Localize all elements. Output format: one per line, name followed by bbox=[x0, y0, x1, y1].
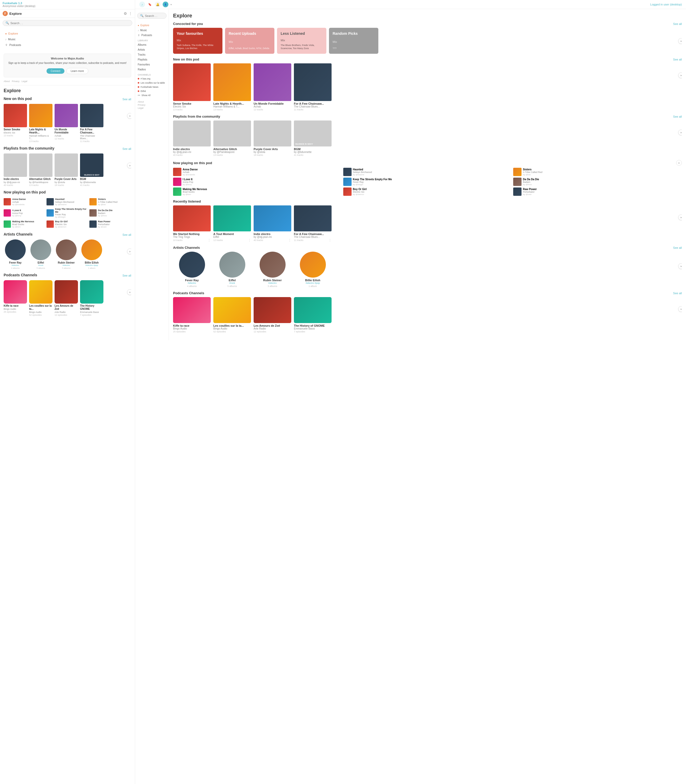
recently-listened-next-arrow[interactable]: › bbox=[678, 215, 682, 220]
playlist-card-4[interactable]: SILENCE IS SEXY BGM by @bdunnette 41 tra… bbox=[80, 153, 103, 186]
right-playlist-card-1[interactable]: Alternative Glitch by @Pamikkapore 13 tr… bbox=[213, 121, 251, 156]
podcasts-see-all[interactable]: See all bbox=[122, 274, 131, 277]
right-search-box[interactable]: 🔍 bbox=[137, 13, 167, 19]
kebab-icon[interactable]: ⋮ bbox=[129, 11, 132, 16]
channel-item-1[interactable]: Les couilles sur la table bbox=[135, 81, 169, 85]
now-item-2[interactable]: Sisters A Tribe Called Red by @kat bbox=[90, 197, 131, 206]
playlists-see-all[interactable]: See all bbox=[122, 147, 131, 150]
right-now-playing-arrow[interactable]: › bbox=[676, 160, 682, 166]
right-album-card-3[interactable]: For A Few Chainsaw... The Chainsaw Blues… bbox=[294, 64, 332, 111]
artist-card-2[interactable]: Rubin Steiner #electro 5 albums bbox=[55, 240, 78, 269]
right-sidebar-favourites[interactable]: Favourites bbox=[135, 62, 169, 67]
right-sidebar-artists[interactable]: Artists bbox=[135, 47, 169, 52]
podcast-card-2[interactable]: Les Amours de Zoé Arte Radio 12 episodes bbox=[55, 280, 78, 316]
artist-card-0[interactable]: Fever Ray #electro 4 albums bbox=[4, 240, 27, 269]
right-now-item-1[interactable]: Haunted Selwyn Birchwood by @kwame bbox=[343, 168, 512, 176]
playlist-card-3[interactable]: Purple Cover Arts by @stola 18 tracks bbox=[55, 153, 78, 186]
right-sidebar-tracks[interactable]: Tracks bbox=[135, 52, 169, 57]
sidebar-item-music[interactable]: ♪ Music bbox=[3, 36, 132, 42]
right-now-item-0[interactable]: Anna Danse Achab by @arabella bbox=[173, 168, 342, 176]
recent-dots-0[interactable]: ⋮ bbox=[207, 238, 211, 242]
right-podcasts-next-arrow[interactable]: › bbox=[678, 306, 682, 312]
right-now-item-3[interactable]: I Love It Icona Pop by @terry bbox=[173, 178, 342, 186]
concocted-card-recent[interactable]: Recent Uploads Mix Eiffel, Achab, Brad S… bbox=[225, 28, 274, 54]
right-new-on-pod-next-arrow[interactable]: › bbox=[678, 72, 682, 78]
now-item-0[interactable]: Anna Danse Achab by @arabella bbox=[4, 197, 46, 206]
gear-icon[interactable]: ⚙ bbox=[124, 11, 127, 16]
top-notification-icon[interactable]: 🔔 bbox=[155, 2, 160, 7]
recent-card-3[interactable]: For A Few Chainsaw... The Chainsaw Blues… bbox=[294, 205, 332, 242]
right-now-item-4[interactable]: Keep The Streets Empty For Me Fever Ray … bbox=[343, 178, 512, 186]
right-podcast-card-0[interactable]: Kiffe ta race Bingo Audio 25 episodes bbox=[173, 297, 211, 333]
recent-card-1[interactable]: A Tout Moment Eiffel 12 tracks ⋮ bbox=[213, 205, 251, 242]
logo-actions[interactable]: ⚙ ⋮ bbox=[124, 11, 132, 16]
right-artist-card-2[interactable]: Rubin Steiner #electro 5 albums bbox=[253, 252, 291, 287]
dropdown-icon[interactable]: ▾ bbox=[170, 3, 172, 6]
right-sidebar-music[interactable]: ♪ Music bbox=[135, 28, 169, 33]
right-sidebar-explore[interactable]: ● Explore bbox=[135, 23, 169, 28]
recent-dots-2[interactable]: ⋮ bbox=[288, 238, 291, 242]
concocted-card-fav[interactable]: Your favourites Mix Tash Sultana, The Kn… bbox=[173, 28, 222, 54]
now-item-5[interactable]: Da Da Da Die Badam by @theo bbox=[90, 207, 131, 219]
channel-item-2[interactable]: Funkwhale News bbox=[135, 85, 169, 89]
right-sidebar-playlists[interactable]: Playlists bbox=[135, 57, 169, 62]
now-item-8[interactable]: Raw Power Perturbator by @zain bbox=[90, 220, 131, 228]
now-item-3[interactable]: I Love It Icona Pop by @terry bbox=[4, 207, 46, 219]
top-bookmark-icon[interactable]: 🔖 bbox=[147, 2, 153, 7]
top-user-icon[interactable]: 👤 bbox=[163, 2, 168, 7]
right-playlist-card-0[interactable]: Indie electro by @djj-jean-mi 40 tracks bbox=[173, 121, 211, 156]
concocted-card-random[interactable]: Random Picks Mix ??? bbox=[329, 28, 378, 54]
search-input[interactable] bbox=[10, 21, 129, 24]
concocted-next-arrow[interactable]: › bbox=[678, 38, 682, 44]
sidebar-item-podcasts[interactable]: 🎙 Podcasts bbox=[3, 42, 132, 48]
podcast-card-1[interactable]: Les couilles sur la ta... Bingo Audio 52… bbox=[29, 280, 52, 316]
right-now-item-2[interactable]: Sisters A Tribe Called Red by @kat bbox=[513, 168, 682, 176]
top-music-icon[interactable]: ♪ bbox=[139, 2, 145, 7]
now-item-1[interactable]: Haunted Selwyn Birchwood by @kwame bbox=[47, 197, 88, 206]
right-about-link[interactable]: About bbox=[138, 101, 166, 103]
right-sidebar-albums[interactable]: Albums bbox=[135, 42, 169, 47]
right-playlist-card-3[interactable]: SILENCE IS SEXY BGM by @bdunnette 41 tra… bbox=[294, 121, 332, 156]
podcast-card-0[interactable]: Kiffe ta race Bingo Audio 25 episodes bbox=[4, 280, 27, 316]
right-privacy-link[interactable]: Privacy bbox=[138, 104, 166, 106]
album-card-2[interactable]: Late Nights & Hearth... Hannah Williams … bbox=[29, 104, 52, 143]
channel-show-all[interactable]: ••• Show All bbox=[135, 93, 169, 98]
privacy-link[interactable]: Privacy bbox=[12, 80, 20, 83]
artist-card-1[interactable]: Eiffel #rock 5 albums bbox=[29, 240, 52, 269]
right-podcast-card-3[interactable]: The History of GNOME Emmanuele Bassi 7 e… bbox=[294, 297, 332, 333]
artists-next-arrow[interactable]: › bbox=[127, 249, 131, 254]
right-album-card-0[interactable]: Senor Smoke Electric Six 13 tracks bbox=[173, 64, 211, 111]
album-card-1[interactable]: Senor Smoke Electric Six 13 tracks bbox=[4, 104, 27, 143]
new-on-pod-next-arrow[interactable]: › bbox=[127, 113, 131, 119]
channel-item-3[interactable]: Eithé bbox=[135, 89, 169, 93]
right-new-on-pod-see-all[interactable]: See all bbox=[673, 58, 682, 61]
now-item-6[interactable]: Making Me Nervous Brad Sucks by @ben bbox=[4, 220, 46, 228]
album-card-3[interactable]: Un Monde Formidable Achab 12 tracks bbox=[55, 104, 78, 143]
right-artist-card-1[interactable]: Eiffel #rock 5 albums bbox=[213, 252, 251, 287]
artist-card-3[interactable]: Billie Eilish #electro #pop 1 album bbox=[80, 240, 103, 269]
recent-dots-1[interactable]: ⋮ bbox=[248, 238, 251, 242]
legal-link[interactable]: Legal bbox=[21, 80, 27, 83]
connect-button[interactable]: Connect bbox=[47, 68, 64, 74]
right-sidebar-radios[interactable]: Radios bbox=[135, 67, 169, 72]
right-playlists-next-arrow[interactable]: › bbox=[678, 130, 682, 135]
now-item-4[interactable]: Keep The Streets Empty For Me Fever Ray … bbox=[47, 207, 88, 219]
right-playlists-see-all[interactable]: See all bbox=[673, 115, 682, 118]
concocted-see-all[interactable]: See all bbox=[673, 22, 682, 26]
right-podcast-card-1[interactable]: Les couilles sur la ta... Bingo Audio 52… bbox=[213, 297, 251, 333]
right-sidebar-podcasts[interactable]: 🎙 Podcasts bbox=[135, 33, 169, 37]
now-item-7[interactable]: Boy Or Girl Electric Six by @damon bbox=[47, 220, 88, 228]
playlists-next-arrow[interactable]: › bbox=[127, 163, 131, 168]
learn-more-button[interactable]: Learn more bbox=[66, 68, 88, 74]
right-artists-next-arrow[interactable]: › bbox=[678, 263, 682, 269]
recent-dots-3[interactable]: ⋮ bbox=[328, 238, 332, 242]
right-podcast-card-2[interactable]: Les Amours de Zoé Arte Radio 12 episodes bbox=[253, 297, 291, 333]
right-artists-see-all[interactable]: See all bbox=[673, 246, 682, 249]
artists-see-all[interactable]: See all bbox=[122, 233, 131, 236]
podcasts-next-arrow[interactable]: › bbox=[127, 289, 131, 295]
album-card-4[interactable]: For A Few Chainsaw... The Chainsaw Blues… bbox=[80, 104, 103, 143]
right-artist-card-0[interactable]: Fever Ray #electro 4 albums bbox=[173, 252, 211, 287]
right-legal-link[interactable]: Legal bbox=[138, 107, 166, 109]
right-album-card-2[interactable]: Un Monde Formidable Achab 12 tracks bbox=[253, 64, 291, 111]
right-playlist-card-2[interactable]: Purple Cover Arts by @stola 18 tracks bbox=[253, 121, 291, 156]
